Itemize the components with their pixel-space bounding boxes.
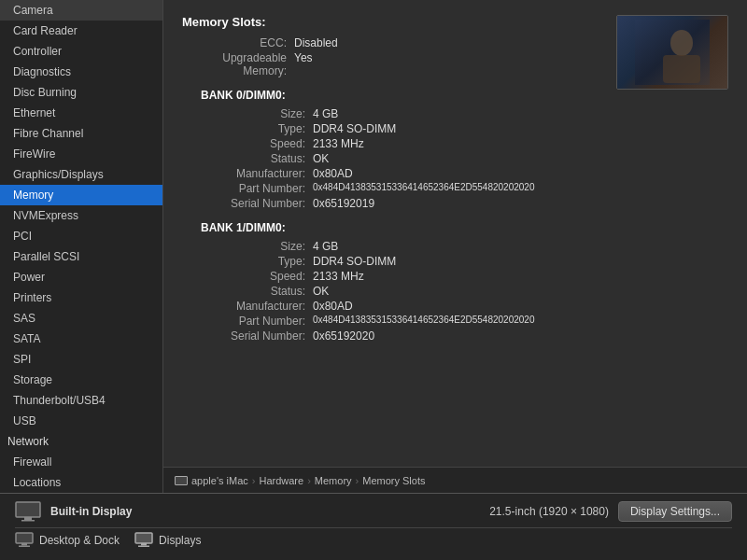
- bottom-section: Built-in Display 21.5-inch (1920 × 1080)…: [0, 493, 747, 560]
- svg-rect-10: [135, 533, 152, 543]
- svg-rect-4: [16, 502, 40, 517]
- bank0-serial-label: Serial Number:: [201, 197, 313, 210]
- bank1-speed-value: 2133 MHz: [313, 270, 601, 283]
- bank1-title: BANK 1/DIMM0:: [201, 221, 601, 234]
- ecc-value: Disabled: [294, 36, 601, 49]
- bank1-size-value: 4 GB: [313, 240, 601, 253]
- sidebar-item-power[interactable]: Power: [0, 267, 162, 287]
- memory-slots-title: Memory Slots:: [182, 15, 601, 29]
- breadcrumb-sep-1: ›: [307, 475, 311, 486]
- svg-rect-5: [24, 517, 32, 520]
- sidebar: Camera Card Reader Controller Diagnostic…: [0, 0, 163, 493]
- detail-panel: Memory Slots: ECC: Disabled Upgradeable …: [163, 0, 747, 493]
- sidebar-item-diagnostics[interactable]: Diagnostics: [0, 62, 162, 82]
- bank0-title: BANK 0/DIMM0:: [201, 89, 601, 102]
- bank1-serial-row: Serial Number: 0x65192020: [201, 329, 601, 343]
- bank0-part-label: Part Number:: [201, 182, 313, 195]
- bottom-nav-desktop-dock[interactable]: Desktop & Dock: [15, 532, 120, 549]
- display-name: Built-in Display: [50, 505, 132, 518]
- sidebar-item-sata[interactable]: SATA: [0, 329, 162, 349]
- app-window: Camera Card Reader Controller Diagnostic…: [0, 0, 747, 560]
- detail-content: Memory Slots: ECC: Disabled Upgradeable …: [163, 0, 747, 467]
- display-resolution: 21.5-inch (1920 × 1080): [489, 505, 609, 518]
- bank1-status-label: Status:: [201, 285, 313, 298]
- sidebar-item-disc-burning[interactable]: Disc Burning: [0, 82, 162, 103]
- bank1-part-label: Part Number:: [201, 315, 313, 328]
- bank0-size-value: 4 GB: [313, 107, 601, 120]
- sidebar-item-sas[interactable]: SAS: [0, 308, 162, 329]
- sidebar-item-card-reader[interactable]: Card Reader: [0, 21, 162, 41]
- thumbnail: [616, 15, 728, 90]
- bank1-speed-row: Speed: 2133 MHz: [201, 270, 601, 283]
- bank0-type-value: DDR4 SO-DIMM: [313, 122, 601, 135]
- bank1-mfr-label: Manufacturer:: [201, 300, 313, 313]
- svg-rect-7: [16, 533, 33, 543]
- breadcrumb-bar: apple's iMac › Hardware › Memory › Memor…: [163, 467, 747, 493]
- bottom-nav: Desktop & Dock Displays: [15, 527, 732, 553]
- ecc-row: ECC: Disabled: [182, 36, 601, 49]
- bank1-serial-label: Serial Number:: [201, 329, 313, 343]
- bank0-mfr-value: 0x80AD: [313, 167, 601, 180]
- sidebar-item-camera[interactable]: Camera: [0, 0, 162, 21]
- breadcrumb-monitor-icon: [175, 476, 188, 485]
- bank0-part-value: 0x484D413835315336414652364E2D5548202020…: [313, 182, 601, 195]
- sidebar-item-storage[interactable]: Storage: [0, 370, 162, 390]
- sidebar-item-parallel-scsi[interactable]: Parallel SCSI: [0, 246, 162, 267]
- bank1-info: Size: 4 GB Type: DDR4 SO-DIMM Speed: 213…: [201, 240, 601, 343]
- bank0-speed-row: Speed: 2133 MHz: [201, 137, 601, 150]
- bottom-nav-displays[interactable]: Displays: [134, 532, 201, 549]
- svg-rect-3: [663, 55, 700, 83]
- displays-nav-icon: [134, 532, 153, 549]
- bank0-serial-row: Serial Number: 0x65192019: [201, 197, 601, 210]
- bank0-size-row: Size: 4 GB: [201, 107, 601, 120]
- sidebar-item-ethernet[interactable]: Ethernet: [0, 103, 162, 123]
- sidebar-item-thunderbolt[interactable]: Thunderbolt/USB4: [0, 390, 162, 411]
- display-info-row: Built-in Display 21.5-inch (1920 × 1080)…: [15, 501, 732, 522]
- bank1-status-value: OK: [313, 285, 601, 298]
- bank0-section: BANK 0/DIMM0: Size: 4 GB Type: DDR4 SO-D…: [182, 89, 601, 210]
- bank1-part-value: 0x484D413835315336414652364E2D5548202020…: [313, 315, 601, 328]
- bank1-type-label: Type:: [201, 255, 313, 268]
- bank1-section: BANK 1/DIMM0: Size: 4 GB Type: DDR4 SO-D…: [182, 221, 601, 343]
- breadcrumb-sep-2: ›: [356, 475, 359, 486]
- breadcrumb-part-1: Hardware: [259, 475, 303, 486]
- sidebar-item-spi[interactable]: SPI: [0, 349, 162, 370]
- svg-rect-9: [19, 546, 30, 548]
- bank1-mfr-value: 0x80AD: [313, 300, 601, 313]
- sidebar-item-locations[interactable]: Locations: [0, 472, 162, 493]
- main-content: Camera Card Reader Controller Diagnostic…: [0, 0, 747, 493]
- bank0-type-row: Type: DDR4 SO-DIMM: [201, 122, 601, 135]
- bank0-mfr-label: Manufacturer:: [201, 167, 313, 180]
- sidebar-item-graphics-displays[interactable]: Graphics/Displays: [0, 164, 162, 185]
- bank0-speed-label: Speed:: [201, 137, 313, 150]
- sidebar-item-pci[interactable]: PCI: [0, 226, 162, 246]
- desktop-dock-icon: [15, 532, 34, 549]
- sidebar-section-network: Network: [0, 431, 162, 452]
- sidebar-item-nvmexpress[interactable]: NVMExpress: [0, 205, 162, 226]
- bank1-serial-value: 0x65192020: [313, 329, 601, 343]
- breadcrumb-sep-0: ›: [252, 475, 256, 486]
- memory-info: Memory Slots: ECC: Disabled Upgradeable …: [182, 15, 601, 452]
- sidebar-item-firewire[interactable]: FireWire: [0, 144, 162, 164]
- bank1-type-row: Type: DDR4 SO-DIMM: [201, 255, 601, 268]
- bank1-part-row: Part Number: 0x484D413835315336414652364…: [201, 315, 601, 328]
- sidebar-item-fibre-channel[interactable]: Fibre Channel: [0, 123, 162, 144]
- sidebar-item-usb[interactable]: USB: [0, 411, 162, 431]
- sidebar-item-printers[interactable]: Printers: [0, 287, 162, 308]
- breadcrumb-part-0: apple's iMac: [191, 475, 248, 486]
- sidebar-item-firewall[interactable]: Firewall: [0, 452, 162, 472]
- ecc-label: ECC:: [182, 36, 294, 49]
- breadcrumb-part-3: Memory Slots: [362, 475, 425, 486]
- bank1-size-row: Size: 4 GB: [201, 240, 601, 253]
- bank0-info: Size: 4 GB Type: DDR4 SO-DIMM Speed: 213…: [201, 107, 601, 210]
- svg-rect-11: [141, 543, 147, 546]
- bank1-type-value: DDR4 SO-DIMM: [313, 255, 601, 268]
- display-settings-button[interactable]: Display Settings...: [618, 501, 732, 522]
- bank1-mfr-row: Manufacturer: 0x80AD: [201, 300, 601, 313]
- sidebar-item-memory[interactable]: Memory: [0, 185, 162, 205]
- bank1-size-label: Size:: [201, 240, 313, 253]
- upgradeable-value: Yes: [294, 51, 601, 77]
- sidebar-item-controller[interactable]: Controller: [0, 41, 162, 62]
- bank0-status-row: Status: OK: [201, 152, 601, 165]
- svg-point-2: [670, 30, 693, 56]
